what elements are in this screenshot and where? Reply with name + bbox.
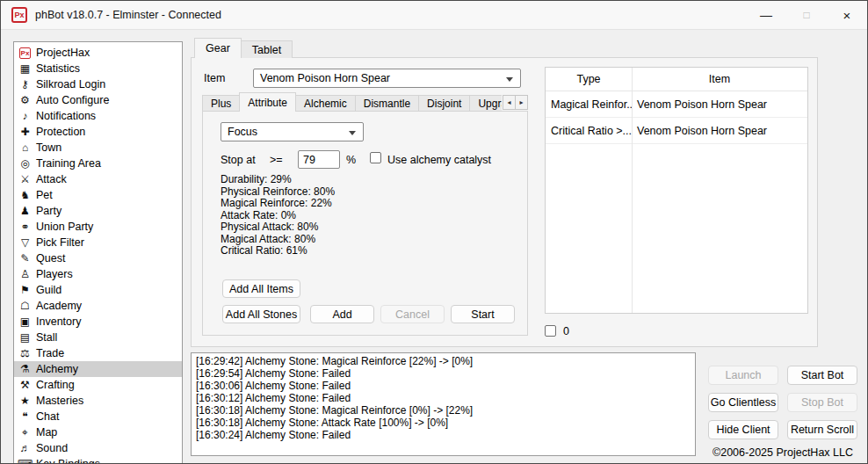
hide-client-button[interactable]: Hide Client	[708, 420, 778, 439]
sidebar-item-academy[interactable]: ☖ Academy	[14, 298, 182, 314]
sidebar-item-attack[interactable]: ⚔ Attack	[14, 171, 182, 187]
stop-at-label: Stop at	[221, 154, 256, 166]
sidebar-item-label: Silkroad Login	[36, 78, 105, 91]
stat-line: Durability: 29%	[221, 174, 335, 186]
table-row[interactable]: Magical Reinfor... Venom Poison Horn Spe…	[546, 91, 807, 118]
sidebar-item-label: Union Party	[36, 221, 93, 233]
attribute-select-value: Focus	[228, 126, 257, 138]
column-header-type[interactable]: Type	[546, 68, 632, 91]
sidebar-item-key-bindings[interactable]: ⌨ Key Bindings	[14, 456, 182, 464]
close-button[interactable]: ×	[827, 1, 867, 29]
sidebar-item-label: Inventory	[36, 315, 81, 328]
subtab-scroll-buttons: ◂ ▸	[503, 95, 528, 110]
return-scroll-button[interactable]: Return Scroll	[787, 420, 857, 439]
flask-icon: ⚗	[18, 363, 32, 376]
sidebar-item-label: Auto Configure	[36, 94, 109, 106]
start-button[interactable]: Start	[451, 305, 515, 323]
catalyst-checkbox[interactable]	[370, 152, 381, 163]
sidebar-item-trade[interactable]: ⚖ Trade	[14, 345, 182, 361]
sidebar-item-label: Masteries	[36, 395, 83, 407]
sidebar-item-chat[interactable]: ❝ Chat	[14, 409, 182, 424]
launch-button[interactable]: Launch	[708, 366, 778, 385]
key-icon: ⚷	[18, 78, 32, 91]
sidebar-item-union-party[interactable]: ⚭ Union Party	[14, 219, 182, 235]
sidebar-item-party[interactable]: ♟ Party	[14, 203, 182, 219]
sidebar-item-label: Pet	[36, 189, 53, 201]
sidebar-item-label: Attack	[36, 173, 67, 185]
add-all-stones-button[interactable]: Add All Stones	[222, 305, 300, 323]
stop-value-input[interactable]	[298, 150, 340, 169]
tab-upgrade[interactable]: Upgra	[469, 95, 502, 112]
item-label: Item	[204, 72, 225, 84]
sidebar-item-sound[interactable]: ♬ Sound	[14, 440, 182, 456]
sidebar-item-players[interactable]: ♙ Players	[14, 266, 182, 282]
stat-line: Critical Ratio: 61%	[221, 245, 335, 257]
sidebar-item-auto-configure[interactable]: ⚙ Auto Configure	[14, 92, 182, 108]
tab-alchemic[interactable]: Alchemic	[295, 95, 356, 112]
gear-panel: Item Venom Poison Horn Spear Plus Attrib…	[191, 57, 818, 347]
tab-disjoint[interactable]: Disjoint	[418, 95, 470, 112]
sidebar-item-statistics[interactable]: ▦ Statistics	[14, 61, 182, 76]
people-icon: ♟	[18, 205, 32, 218]
scales-icon: ⚖	[18, 347, 32, 360]
person-icon: ♙	[18, 268, 32, 281]
item-select[interactable]: Venom Poison Horn Spear	[253, 69, 521, 88]
minimize-button[interactable]: —	[746, 1, 786, 29]
scroll-icon: ✎	[18, 252, 32, 265]
sidebar-item-stall[interactable]: ▤ Stall	[14, 330, 182, 345]
alchemy-goal-table: Type Item Magical Reinfor... Venom Poiso…	[545, 67, 808, 314]
start-bot-button[interactable]: Start Bot	[787, 366, 857, 385]
horse-icon: ♞	[18, 189, 32, 202]
count-checkbox[interactable]	[545, 325, 556, 337]
sidebar-item-masteries[interactable]: ★ Masteries	[14, 393, 182, 409]
gear-tablet-tabs: Gear Tablet	[194, 38, 292, 58]
tab-gear[interactable]: Gear	[194, 38, 242, 58]
stop-bot-button[interactable]: Stop Bot	[787, 393, 857, 412]
sidebar-item-inventory[interactable]: ▣ Inventory	[14, 314, 182, 330]
sidebar-item-quest[interactable]: ✎ Quest	[14, 250, 182, 266]
sidebar-item-projecthax[interactable]: Px ProjectHax	[14, 45, 182, 61]
target-icon: ◎	[18, 157, 32, 170]
stat-line: Magical Reinforce: 22%	[221, 198, 335, 210]
tab-attribute[interactable]: Attribute	[239, 92, 296, 112]
graduation-cap-icon: ☖	[18, 300, 32, 313]
go-clientless-button[interactable]: Go Clientless	[708, 393, 778, 412]
table-row[interactable]: Critical Ratio >... Venom Poison Horn Sp…	[546, 118, 807, 144]
cell-item: Venom Poison Horn Spear	[632, 91, 807, 117]
subtab-scroll-right-button[interactable]: ▸	[515, 95, 528, 110]
sidebar-item-label: Town	[36, 141, 61, 154]
hammer-icon: ⚒	[18, 379, 32, 392]
sidebar-item-protection[interactable]: ✚ Protection	[14, 124, 182, 140]
percent-label: %	[346, 154, 356, 166]
add-all-items-button[interactable]: Add All Items	[222, 279, 300, 298]
sidebar-item-crafting[interactable]: ⚒ Crafting	[14, 377, 182, 393]
sidebar-item-guild[interactable]: ⚑ Guild	[14, 282, 182, 298]
sidebar-item-label: Key Bindings	[36, 458, 100, 464]
title-bar: Px phBot v18.0.7 - Elminster - Connected…	[1, 1, 867, 30]
item-select-value: Venom Poison Horn Spear	[260, 72, 390, 84]
bell-icon: ♪	[18, 110, 32, 123]
log-output[interactable]: [16:29:42] Alchemy Stone: Magical Reinfo…	[191, 352, 696, 456]
sidebar-item-alchemy[interactable]: ⚗ Alchemy	[14, 361, 182, 377]
attribute-select[interactable]: Focus	[221, 122, 364, 141]
log-line: [16:30:18] Alchemy Stone: Attack Rate [1…	[196, 417, 691, 429]
sidebar-item-notifications[interactable]: ♪ Notifications	[14, 108, 182, 124]
cancel-button[interactable]: Cancel	[380, 305, 445, 323]
window-title: phBot v18.0.7 - Elminster - Connected	[35, 9, 221, 21]
sidebar-item-pick-filter[interactable]: ▽ Pick Filter	[14, 235, 182, 250]
sidebar-item-training-area[interactable]: ◎ Training Area	[14, 156, 182, 171]
tab-dismantle[interactable]: Dismantle	[355, 95, 419, 112]
copyright-text: ©2006-2025 ProjectHax LLC	[704, 446, 862, 459]
star-icon: ★	[18, 395, 32, 408]
sidebar-item-map[interactable]: ⌖ Map	[14, 424, 182, 440]
sidebar-item-silkroad-login[interactable]: ⚷ Silkroad Login	[14, 76, 182, 92]
maximize-button[interactable]: □	[786, 1, 827, 29]
tab-tablet[interactable]: Tablet	[241, 40, 293, 58]
sidebar-item-pet[interactable]: ♞ Pet	[14, 187, 182, 203]
gear-icon: ⚙	[18, 94, 32, 107]
add-button[interactable]: Add	[310, 305, 374, 323]
tab-plus[interactable]: Plus	[202, 95, 240, 112]
sidebar-item-town[interactable]: ⌂ Town	[14, 140, 182, 156]
column-header-item[interactable]: Item	[632, 68, 807, 91]
subtab-scroll-left-button[interactable]: ◂	[503, 95, 516, 110]
